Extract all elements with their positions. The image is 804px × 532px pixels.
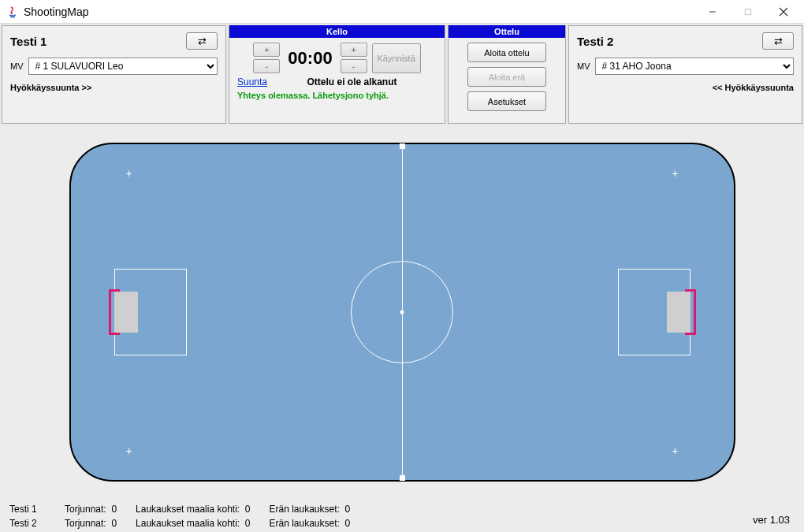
connection-status: Yhteys olemassa. Lähetysjono tyhjä. [234, 91, 440, 100]
java-icon [6, 6, 19, 18]
clock-header: Kello [229, 25, 445, 38]
team2-saves-value: 0 [111, 518, 117, 529]
attack-direction-left: Hyökkäyssuunta >> [10, 83, 218, 92]
minimize-button[interactable] [694, 1, 730, 23]
goalie-select-left[interactable]: # 1 SULAVUORI Leo [28, 58, 218, 75]
attack-direction-right: << Hyökkäyssuunta [577, 83, 794, 92]
center-dot [400, 311, 404, 314]
team2-sog-value: 0 [245, 518, 251, 529]
goal-frame-left [109, 289, 120, 335]
team-panel-left: Testi 1 ⇄ MV # 1 SULAVUORI Leo Hyökkäyss… [2, 25, 226, 124]
team2-period-value: 0 [345, 518, 351, 529]
minutes-minus-button[interactable]: - [253, 59, 280, 73]
restore-button[interactable] [730, 1, 765, 23]
match-header: Ottelu [449, 25, 565, 38]
team-panel-right: Testi 2 ⇄ MV # 31 AHO Joona << Hyökkäyss… [568, 25, 802, 124]
settings-button[interactable]: Asetukset [467, 91, 546, 111]
faceoff-dot-bottom-left: + [126, 445, 132, 456]
window-title: ShootingMap [24, 6, 89, 18]
stats-team2-label: Testi 2 [9, 518, 46, 529]
mv-label-right: MV [577, 61, 590, 71]
seconds-minus-button[interactable]: - [341, 59, 367, 73]
stats-team1-label: Testi 1 [9, 504, 46, 515]
clock-time: 00:00 [285, 48, 335, 69]
team1-sog-value: 0 [245, 504, 251, 515]
rink-surface[interactable]: + + + + [69, 143, 735, 482]
team-right-name: Testi 2 [577, 35, 613, 48]
team-left-name: Testi 1 [10, 35, 47, 48]
team1-saves-value: 0 [111, 504, 117, 515]
field-container: + + + + [0, 125, 804, 499]
faceoff-dot-bottom-right: + [672, 445, 678, 456]
clock-panel: Kello + - 00:00 + - Käynnistä Suunta Ott… [229, 25, 445, 124]
swap-icon: ⇄ [774, 35, 783, 47]
svg-rect-1 [745, 9, 750, 14]
swap-icon: ⇄ [198, 35, 207, 47]
direction-link[interactable]: Suunta [237, 76, 267, 87]
stats-row-team2: Testi 2 Torjunnat: 0 Laukaukset maalia k… [9, 518, 795, 529]
faceoff-dot-top-left: + [126, 168, 132, 179]
stats-bar: Testi 1 Torjunnat: 0 Laukaukset maalia k… [0, 499, 804, 532]
goalie-select-right[interactable]: # 31 AHO Joona [595, 58, 795, 75]
team1-period-value: 0 [345, 504, 351, 515]
window-titlebar: ShootingMap [0, 0, 804, 24]
close-button[interactable] [765, 1, 801, 23]
mv-label-left: MV [10, 61, 24, 71]
swap-goalie-right-button[interactable]: ⇄ [762, 32, 794, 50]
version-label: ver 1.03 [753, 514, 790, 526]
match-panel: Ottelu Aloita ottelu Aloita erä Asetukse… [448, 25, 566, 124]
swap-goalie-left-button[interactable]: ⇄ [186, 32, 218, 50]
seconds-plus-button[interactable]: + [341, 43, 367, 57]
start-period-button[interactable]: Aloita erä [467, 67, 546, 87]
faceoff-dot-top-right: + [672, 168, 678, 179]
start-match-button[interactable]: Aloita ottelu [467, 43, 546, 62]
stats-row-team1: Testi 1 Torjunnat: 0 Laukaukset maalia k… [9, 504, 795, 515]
goal-frame-right [685, 289, 696, 335]
start-clock-button[interactable]: Käynnistä [372, 43, 421, 73]
match-status: Ottelu ei ole alkanut [267, 76, 437, 87]
minutes-plus-button[interactable]: + [253, 43, 280, 57]
top-panels: Testi 1 ⇄ MV # 1 SULAVUORI Leo Hyökkäyss… [0, 24, 804, 125]
